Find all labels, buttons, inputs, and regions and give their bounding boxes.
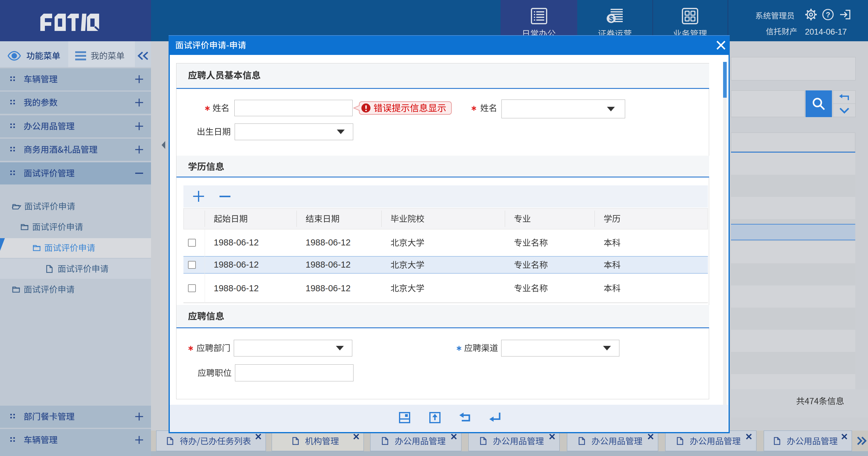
svg-text:$: $ <box>609 14 614 23</box>
svg-text:?: ? <box>826 10 830 19</box>
